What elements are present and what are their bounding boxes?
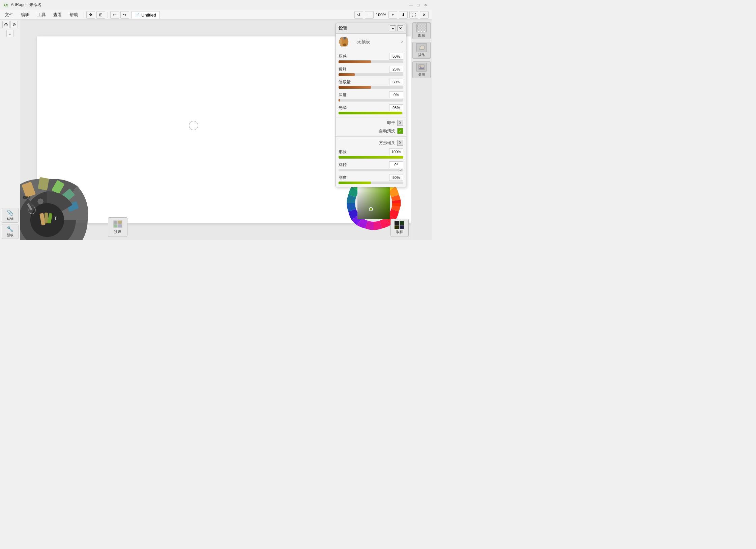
- shape-label: 形状: [339, 149, 347, 155]
- layers-button[interactable]: 图层: [412, 22, 431, 39]
- square-tip-header: 方形端头 X: [339, 138, 403, 147]
- rotation-value[interactable]: 0°: [389, 161, 403, 168]
- redo-icon: ↪: [123, 12, 126, 17]
- file-tab[interactable]: 📄 Untitled: [132, 11, 160, 19]
- depth-slider[interactable]: [339, 99, 403, 102]
- svg-text:AR: AR: [4, 4, 8, 7]
- sticker-label: 贴纸: [7, 217, 13, 221]
- window-title: ArtRage - 未命名: [11, 2, 407, 8]
- menu-help[interactable]: 帮助: [66, 10, 82, 19]
- template-button[interactable]: 🔧 型板: [2, 224, 19, 239]
- pan-tool-button[interactable]: ✥: [86, 11, 95, 19]
- menu-bar: 文件 编辑 工具 查看 帮助 ✥ ⊞ ↩ ↪ 📄 Untitled ↺ — 10…: [0, 10, 432, 20]
- depth-row: 深度 0%: [336, 90, 406, 103]
- tool-2-button[interactable]: ⊖: [10, 21, 18, 28]
- pressure-value[interactable]: 50%: [389, 53, 403, 60]
- shape-value[interactable]: 100%: [389, 148, 403, 155]
- svg-rect-5: [344, 37, 346, 39]
- svg-rect-20: [45, 213, 48, 223]
- sticker-icon: 📎: [7, 210, 13, 216]
- app-logo-icon: AR: [3, 2, 9, 8]
- reference-label: 参照: [418, 72, 425, 77]
- color-sample-button[interactable]: 取样: [390, 219, 409, 237]
- presets-icon: [113, 220, 122, 228]
- loading-value[interactable]: 50%: [389, 79, 403, 85]
- menu-file[interactable]: 文件: [1, 10, 17, 19]
- shape-header: 形状 100%: [339, 148, 403, 155]
- tool-wheel[interactable]: T: [20, 153, 108, 240]
- export-button[interactable]: ⬇: [399, 11, 408, 19]
- rotate-canvas-button[interactable]: ↺: [354, 11, 363, 19]
- eraser-button[interactable]: 描笔: [412, 42, 431, 59]
- svg-rect-30: [118, 224, 122, 227]
- undo-button[interactable]: ↩: [110, 11, 119, 19]
- svg-point-23: [38, 199, 43, 204]
- dry-clean-section: 即干 X 自动清洗 ✓: [336, 117, 406, 136]
- color-sample-label: 取样: [396, 230, 403, 235]
- square-tip-button[interactable]: X: [397, 140, 403, 146]
- presets-button[interactable]: 预设: [108, 217, 127, 237]
- hardness-slider[interactable]: [339, 182, 403, 184]
- rotation-header: 旋转 0°: [339, 161, 403, 168]
- dilution-slider[interactable]: [339, 73, 403, 76]
- menu-view[interactable]: 查看: [50, 10, 65, 19]
- close-button[interactable]: ✕: [422, 2, 429, 8]
- fullscreen-button[interactable]: ⛶: [409, 11, 418, 19]
- menu-edit[interactable]: 编辑: [18, 10, 33, 19]
- zoom-minus-icon: —: [367, 12, 371, 17]
- loading-row: 装载量 50%: [336, 77, 406, 90]
- maximize-button[interactable]: □: [415, 2, 421, 8]
- settings-close-button[interactable]: ✕: [397, 25, 403, 31]
- tool-1-button[interactable]: ⊕: [2, 21, 10, 28]
- eraser-icon: [416, 43, 427, 52]
- dilution-label: 稀释: [339, 66, 347, 72]
- hardness-value[interactable]: 50%: [389, 174, 403, 181]
- auto-clean-button[interactable]: ✓: [397, 128, 403, 134]
- zoom-plus-button[interactable]: +: [388, 11, 397, 19]
- depth-value[interactable]: 0%: [389, 91, 403, 98]
- grid-icon: ⊞: [99, 12, 103, 17]
- presets-label: 预设: [114, 229, 121, 234]
- download-icon: ⬇: [402, 12, 405, 17]
- pressure-slider[interactable]: [339, 60, 403, 63]
- redo-button[interactable]: ↪: [120, 11, 129, 19]
- separator: [84, 12, 84, 18]
- reference-button[interactable]: 参照: [412, 61, 431, 78]
- instant-dry-row: 即干 X: [339, 119, 403, 127]
- gloss-value[interactable]: 98%: [389, 104, 403, 111]
- pan-icon: ✥: [89, 12, 92, 17]
- settings-menu-button[interactable]: ≡: [390, 25, 396, 31]
- auto-clean-row: 自动清洗 ✓: [339, 127, 403, 135]
- rotation-slider[interactable]: [339, 169, 403, 171]
- zoom-minus-button[interactable]: —: [365, 11, 374, 19]
- settings-header-buttons: ≡ ✕: [390, 25, 403, 31]
- tool-3-button[interactable]: ↕: [6, 30, 14, 37]
- zoom-plus-icon: +: [391, 12, 394, 17]
- left-panel: ⊕ ⊖ ↕ 📎 贴纸 🔧 型板: [0, 20, 20, 240]
- gloss-slider[interactable]: [339, 112, 403, 114]
- preset-row[interactable]: ...无预设 >: [336, 34, 406, 50]
- minimize-button[interactable]: —: [407, 2, 414, 8]
- canvas-area[interactable]: 设置 ≡ ✕ ...无预设: [20, 20, 432, 240]
- rotation-label: 旋转: [339, 162, 347, 168]
- depth-fill: [339, 99, 340, 102]
- settings-title: 设置: [339, 25, 347, 31]
- instant-dry-button[interactable]: X: [397, 120, 403, 126]
- undo-icon: ↩: [113, 12, 116, 17]
- shape-fill: [339, 156, 403, 159]
- grid-button[interactable]: ⊞: [96, 11, 105, 19]
- gloss-row: 光泽 98%: [336, 103, 406, 116]
- sticker-button[interactable]: 📎 贴纸: [2, 208, 19, 223]
- file-icon: 📄: [135, 13, 140, 17]
- gloss-fill: [339, 112, 402, 114]
- svg-rect-33: [357, 187, 390, 219]
- rotation-knob[interactable]: [398, 169, 402, 171]
- dilution-value[interactable]: 25%: [389, 66, 403, 73]
- settings-header: 设置 ≡ ✕: [336, 23, 406, 34]
- pressure-fill: [339, 60, 371, 63]
- menu-close-button[interactable]: ✕: [420, 11, 429, 19]
- menu-tools[interactable]: 工具: [34, 10, 49, 19]
- shape-slider[interactable]: [339, 156, 403, 159]
- loading-slider[interactable]: [339, 86, 403, 89]
- depth-header: 深度 0%: [339, 91, 403, 98]
